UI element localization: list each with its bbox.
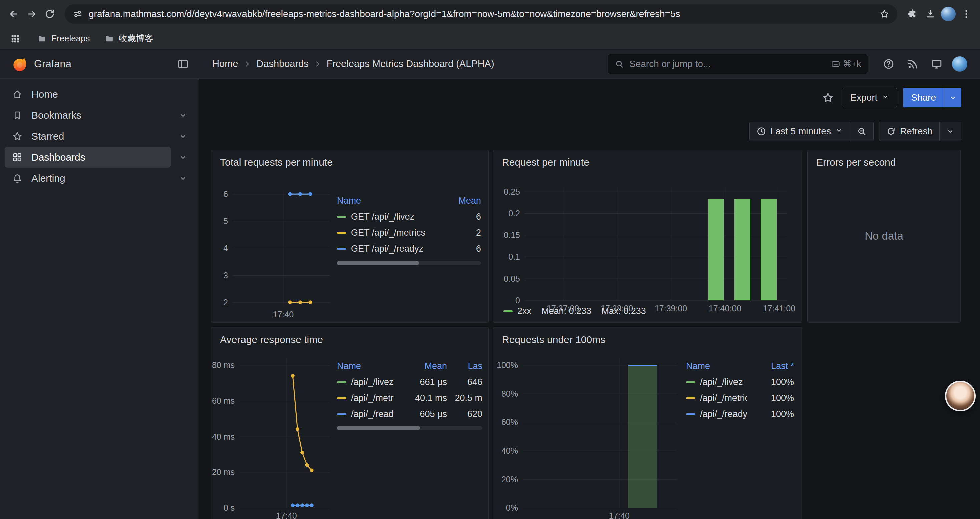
help-button[interactable] — [880, 56, 897, 73]
bookmark-star-icon[interactable] — [879, 9, 889, 19]
user-avatar[interactable] — [952, 56, 967, 72]
breadcrumb-home[interactable]: Home — [213, 58, 238, 69]
time-range-button[interactable]: Last 5 minutes — [749, 122, 850, 141]
favorite-star-button[interactable] — [819, 89, 837, 106]
site-settings-icon[interactable] — [73, 9, 83, 19]
series-marker — [337, 216, 346, 218]
series-name[interactable]: /api/_/readyz — [700, 409, 747, 420]
extensions-button[interactable] — [903, 5, 921, 23]
time-controls: Last 5 minutes Refresh — [199, 121, 980, 141]
dock-menu-button[interactable] — [175, 56, 192, 73]
avg-response-time-chart: 80 ms60 ms40 ms20 ms0 s17:40 — [215, 355, 333, 519]
legend-header: Name Mean Las — [337, 358, 482, 374]
panel-title[interactable]: Request per minute — [493, 150, 802, 168]
sidebar-link-bookmarks[interactable]: Bookmarks — [5, 105, 171, 126]
series-mean: 2 — [444, 228, 481, 238]
breadcrumb-separator-icon — [313, 60, 322, 69]
bookmark-folder-freeleaps[interactable]: Freeleaps — [37, 34, 90, 44]
series-mean: 6 — [444, 244, 481, 254]
legend-row[interactable]: GET /api/_/livez 6 — [337, 209, 481, 225]
series-marker — [337, 248, 346, 250]
search-box[interactable]: Search or jump to... ⌘+k — [608, 54, 868, 75]
legend-col-last[interactable]: Las — [450, 361, 482, 371]
brand[interactable]: Grafana — [12, 56, 72, 72]
scrollbar-thumb[interactable] — [337, 426, 420, 430]
browser-menu-button[interactable] — [957, 5, 975, 23]
sidebar-link-dashboards[interactable]: Dashboards — [5, 147, 171, 168]
reload-button[interactable] — [41, 5, 59, 23]
legend-col-last[interactable]: Last * — [751, 361, 794, 371]
legend-col-name[interactable]: Name — [337, 361, 394, 371]
legend-row[interactable]: /api/_/readyz 605 µs 620 — [337, 406, 482, 422]
breadcrumb-dashboards[interactable]: Dashboards — [256, 58, 308, 69]
panel-total-requests-per-minute: Total requests per minute 6543217:40 Nam… — [211, 150, 488, 323]
series-name[interactable]: 2xx — [517, 306, 531, 316]
assistant-avatar-overlay[interactable] — [945, 381, 976, 412]
legend-row[interactable]: /api/_/livez 661 µs 646 — [337, 374, 482, 390]
legend-col-name[interactable]: Name — [337, 196, 441, 206]
panel-title[interactable]: Average response time — [212, 327, 488, 345]
legend-row[interactable]: /api/_/readyz 100% — [686, 406, 794, 422]
url-bar[interactable]: grafana.mathmast.com/d/deytv4rwavabkb/fr… — [65, 4, 897, 24]
series-max: Max: 0.233 — [601, 306, 646, 316]
profile-button[interactable] — [939, 5, 957, 23]
legend-row[interactable]: /api/_/metrics 100% — [686, 390, 794, 406]
refresh-button[interactable]: Refresh — [879, 122, 939, 141]
browser-toolbar: grafana.mathmast.com/d/deytv4rwavabkb/fr… — [0, 0, 980, 28]
apps-grid-button[interactable] — [8, 31, 23, 46]
panel-title[interactable]: Requests under 100ms — [493, 327, 802, 345]
series-name[interactable]: /api/_/metrics — [351, 393, 394, 404]
sidebar-label: Dashboards — [31, 152, 85, 163]
news-rss-button[interactable] — [904, 56, 921, 73]
grafana-app: Grafana Home Dashboards Freeleaps Metric… — [0, 50, 980, 519]
sidebar-link-alerting[interactable]: Alerting — [5, 168, 171, 189]
chevron-down-icon[interactable] — [179, 132, 188, 141]
legend-col-mean[interactable]: Mean — [397, 361, 447, 371]
folder-icon — [105, 34, 114, 43]
scrollbar-thumb[interactable] — [337, 261, 419, 265]
brand-name: Grafana — [34, 58, 72, 70]
legend-col-name[interactable]: Name — [686, 361, 747, 371]
bookmark-folder-blogs[interactable]: 收藏博客 — [105, 33, 153, 45]
series-name[interactable]: /api/_/readyz — [351, 409, 394, 420]
downloads-button[interactable] — [921, 5, 939, 23]
chevron-down-icon[interactable] — [179, 174, 188, 183]
search-placeholder: Search or jump to... — [629, 59, 826, 69]
series-name[interactable]: /api/_/livez — [700, 377, 743, 387]
legend-row[interactable]: GET /api/_/readyz 6 — [337, 241, 481, 257]
legend-scrollbar[interactable] — [337, 261, 481, 265]
legend-row[interactable]: /api/_/livez 100% — [686, 374, 794, 390]
dashboard-toolbar: Export Share — [199, 79, 980, 116]
chevron-down-icon[interactable] — [179, 111, 188, 120]
legend-row[interactable]: /api/_/metrics 40.1 ms 20.5 m — [337, 390, 482, 406]
legend-table: Name Mean Las /api/_/livez 661 µs 646 — [337, 358, 482, 430]
sidebar-link-home[interactable]: Home — [5, 83, 171, 105]
series-name[interactable]: GET /api/_/livez — [351, 212, 414, 222]
series-name[interactable]: /api/_/metrics — [700, 393, 747, 404]
dashboard-main: Export Share Last 5 minutes — [199, 79, 980, 519]
legend-inline[interactable]: 2xx Mean: 0.233 Max: 0.233 — [503, 306, 646, 316]
share-menu-button[interactable] — [944, 88, 961, 107]
refresh-interval-button[interactable] — [940, 122, 961, 141]
series-marker — [337, 232, 346, 234]
legend-col-mean[interactable]: Mean — [444, 196, 481, 206]
sidebar-link-starred[interactable]: Starred — [5, 126, 171, 147]
requests-under-100ms-chart: 100%80%60%40%20%0%17:40 — [499, 355, 680, 519]
bookmarks-bar: Freeleaps 收藏博客 — [0, 28, 980, 50]
header-icons — [880, 56, 980, 73]
series-name[interactable]: /api/_/livez — [351, 377, 394, 387]
series-name[interactable]: GET /api/_/readyz — [351, 244, 423, 254]
zoom-out-button[interactable] — [850, 122, 873, 141]
chevron-down-icon[interactable] — [179, 153, 188, 162]
series-name[interactable]: GET /api/_/metrics — [351, 228, 425, 238]
export-button[interactable]: Export — [843, 88, 897, 107]
series-last: 100% — [751, 409, 794, 420]
kiosk-monitor-button[interactable] — [928, 56, 945, 73]
legend-scrollbar[interactable] — [337, 426, 482, 430]
series-marker — [503, 310, 513, 312]
share-button[interactable]: Share — [903, 88, 944, 107]
panel-title[interactable]: Total requests per minute — [212, 150, 488, 168]
forward-button[interactable] — [23, 5, 41, 23]
back-button[interactable] — [5, 5, 23, 23]
legend-row[interactable]: GET /api/_/metrics 2 — [337, 225, 481, 241]
